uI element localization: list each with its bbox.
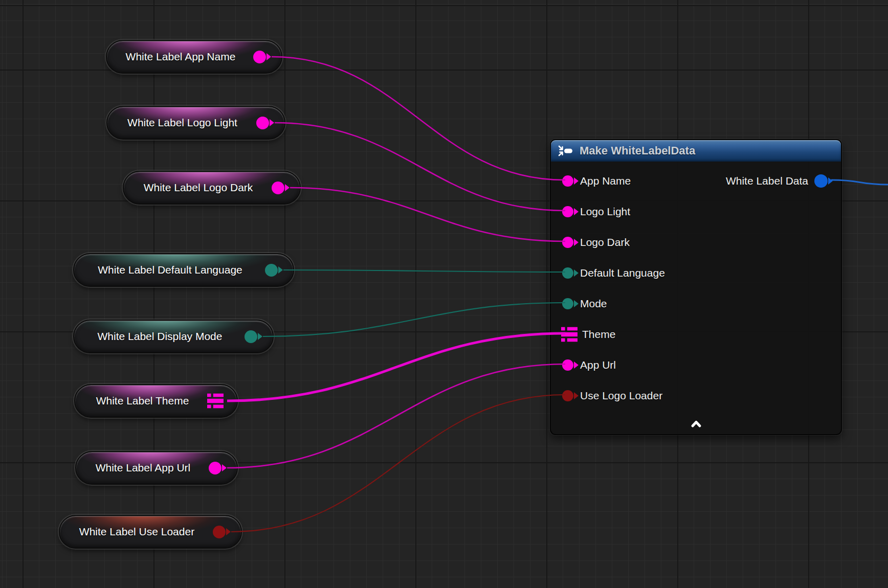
wire-string[interactable] (227, 364, 565, 468)
input-pin-label: Default Language (580, 267, 665, 279)
wire-string[interactable] (272, 57, 565, 180)
output-pin-label: White Label Data (726, 175, 808, 187)
node-pin-row: Logo Dark (551, 227, 841, 258)
node-pin-row: Use Logo Loader (551, 380, 841, 411)
output-pin-string[interactable] (256, 117, 269, 129)
blueprint-graph-canvas[interactable]: White Label App NameWhite Label Logo Lig… (0, 0, 888, 588)
input-pin-label: Use Logo Loader (580, 390, 662, 402)
output-pin-string[interactable] (209, 462, 221, 474)
node-pin-row: App NameWhite Label Data (551, 166, 841, 196)
output-pin-string[interactable] (253, 51, 266, 63)
input-pin-group: Mode (562, 298, 607, 310)
variable-node-white-label-logo-dark[interactable]: White Label Logo Dark (123, 171, 301, 205)
output-pin-bool[interactable] (213, 526, 226, 538)
input-pin-string[interactable] (562, 175, 573, 187)
variable-node-label: White Label Default Language (85, 264, 255, 276)
variable-node-label: White Label Use Loader (71, 526, 203, 538)
output-pin-string[interactable] (272, 182, 284, 194)
input-pin-group: Default Language (562, 267, 665, 279)
variable-node-label: White Label Logo Light (119, 117, 246, 129)
input-pin-string[interactable] (562, 237, 573, 248)
input-pin-group: App Url (562, 359, 616, 371)
variable-node-label: White Label Theme (86, 395, 198, 407)
variable-node-white-label-use-loader[interactable]: White Label Use Loader (59, 515, 242, 549)
input-pin-string[interactable] (562, 359, 573, 371)
variable-node-white-label-display-mode[interactable]: White Label Display Mode (73, 320, 274, 353)
input-pin-group: Logo Dark (562, 236, 630, 248)
variable-node-white-label-app-url[interactable]: White Label App Url (75, 451, 238, 485)
output-pin-struct[interactable] (814, 174, 828, 188)
variable-node-label: White Label App Name (118, 51, 243, 63)
node-pin-row: Theme (551, 319, 841, 350)
collapse-node-button[interactable] (686, 417, 706, 430)
wire-enum[interactable] (283, 270, 565, 272)
node-pin-row: Logo Light (551, 196, 841, 227)
make-struct-icon (558, 145, 573, 156)
variable-node-white-label-default-language[interactable]: White Label Default Language (73, 253, 294, 287)
variable-node-label: White Label Logo Dark (135, 182, 261, 194)
input-pin-label: App Url (580, 359, 616, 371)
chevron-up-icon (689, 418, 704, 428)
node-pin-row: Default Language (551, 258, 841, 288)
output-pin-enum[interactable] (265, 264, 278, 277)
input-pin-enum[interactable] (562, 267, 573, 279)
variable-node-label: White Label Display Mode (85, 330, 234, 343)
input-pin-group: Theme (562, 327, 615, 342)
input-pin-label: Logo Light (580, 206, 630, 218)
node-pin-row: App Url (551, 350, 841, 380)
input-pin-string[interactable] (562, 206, 573, 217)
input-pin-group: Use Logo Loader (562, 390, 662, 402)
wire-enum[interactable] (263, 303, 565, 336)
wire-string[interactable] (290, 188, 565, 241)
wire-string[interactable] (275, 123, 565, 211)
node-pin-row: Mode (551, 288, 841, 319)
make-whitelabeldata-node[interactable]: Make WhiteLabelData App NameWhite Label … (550, 139, 842, 435)
output-pin-enum[interactable] (245, 330, 257, 343)
input-pin-bool[interactable] (562, 390, 573, 401)
struct-output-pin-icon[interactable] (207, 393, 224, 409)
input-pin-group: Logo Light (562, 206, 630, 218)
node-header[interactable]: Make WhiteLabelData (551, 140, 841, 162)
input-pin-label: App Name (580, 175, 631, 187)
input-pin-label: Mode (580, 298, 607, 310)
output-pin-group: White Label Data (726, 174, 828, 188)
input-pin-group: App Name (562, 175, 631, 187)
variable-node-label: White Label App Url (87, 462, 198, 474)
input-pin-enum[interactable] (562, 298, 573, 309)
variable-node-white-label-app-name[interactable]: White Label App Name (106, 40, 282, 74)
node-title: Make WhiteLabelData (580, 144, 695, 157)
input-pin-label: Theme (582, 328, 615, 341)
variable-node-white-label-theme[interactable]: White Label Theme (74, 384, 238, 418)
wire-struct[interactable] (227, 333, 565, 401)
variable-node-white-label-logo-light[interactable]: White Label Logo Light (106, 106, 285, 140)
input-pin-label: Logo Dark (580, 236, 630, 248)
